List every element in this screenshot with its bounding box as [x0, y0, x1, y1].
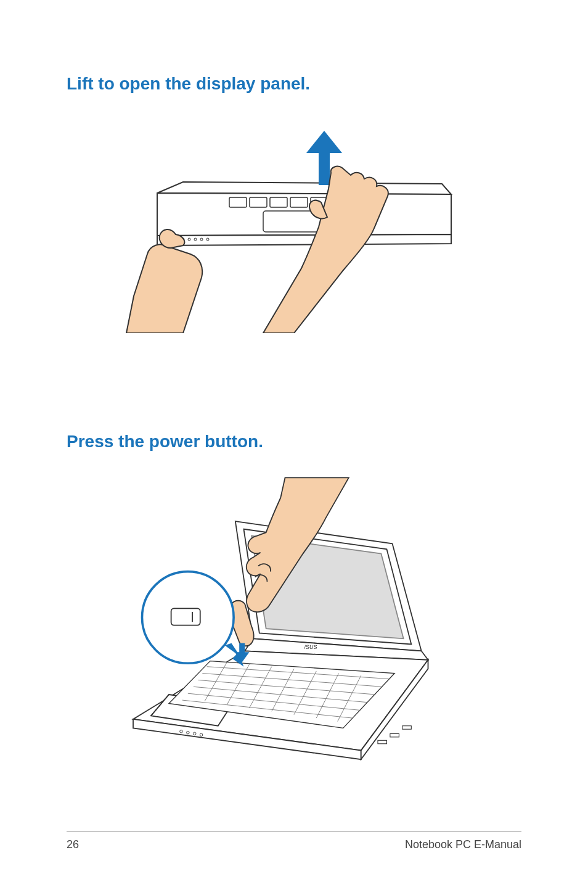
page-footer: 26 Notebook PC E-Manual — [67, 831, 521, 851]
page-number: 26 — [67, 838, 79, 851]
illustration-press-power: /SUS — [115, 469, 473, 777]
section-lift-display: Lift to open the display panel. — [67, 74, 521, 333]
svg-point-29 — [180, 730, 183, 733]
manual-page: Lift to open the display panel. — [0, 0, 588, 887]
heading-lift-display: Lift to open the display panel. — [67, 74, 521, 94]
svg-point-31 — [193, 732, 196, 735]
svg-marker-0 — [157, 182, 451, 194]
svg-rect-3 — [229, 197, 247, 207]
svg-point-49 — [142, 572, 234, 664]
svg-rect-53 — [239, 643, 245, 653]
svg-rect-27 — [390, 733, 399, 736]
figure-lift-display — [67, 111, 521, 333]
figure-press-power: /SUS — [67, 469, 521, 777]
power-button-callout — [142, 572, 244, 667]
svg-point-12 — [188, 238, 190, 241]
svg-point-13 — [194, 238, 197, 241]
svg-point-14 — [200, 238, 203, 241]
svg-point-15 — [206, 238, 209, 241]
svg-point-32 — [200, 733, 203, 736]
svg-point-30 — [187, 731, 190, 734]
svg-rect-26 — [378, 740, 387, 743]
svg-rect-6 — [290, 197, 308, 207]
svg-rect-16 — [319, 149, 330, 185]
svg-rect-4 — [250, 197, 267, 207]
manual-title: Notebook PC E-Manual — [405, 838, 521, 851]
svg-marker-17 — [306, 131, 342, 153]
brand-logo: /SUS — [304, 644, 317, 650]
svg-rect-5 — [270, 197, 287, 207]
heading-press-power: Press the power button. — [67, 432, 521, 452]
svg-rect-28 — [402, 726, 412, 729]
illustration-lift-display — [109, 111, 479, 333]
section-press-power: Press the power button. — [67, 432, 521, 777]
